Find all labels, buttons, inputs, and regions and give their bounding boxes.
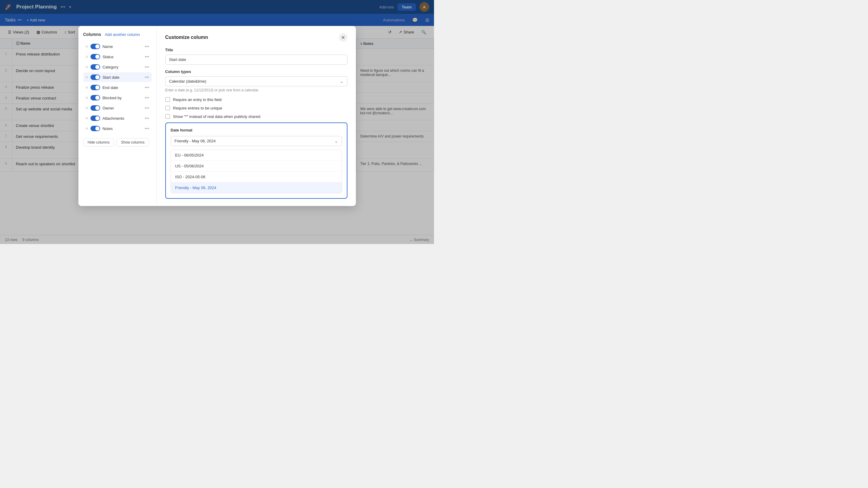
drag-handle-icon: ≡ <box>86 105 88 111</box>
customize-panel-title: Customize column <box>165 35 208 40</box>
columns-panel-title: Columns <box>83 32 101 37</box>
drag-handle-icon: ≡ <box>86 116 88 121</box>
checkbox-require-unique[interactable] <box>165 105 170 111</box>
col-item-start-date[interactable]: ≡ Start date ••• <box>83 72 152 82</box>
col-toggle[interactable] <box>91 116 100 121</box>
modal-wrapper: Columns Add another column ≡ Name ••• ≡ … <box>79 26 356 206</box>
col-toggle[interactable] <box>91 64 100 70</box>
date-format-section: Date format Friendly - May 06, 2024 ⌄ EU… <box>165 122 347 199</box>
col-toggle[interactable] <box>91 95 100 100</box>
col-item-dots[interactable]: ••• <box>145 126 149 131</box>
col-item-name: Notes <box>102 126 142 131</box>
col-item-dots[interactable]: ••• <box>145 65 149 69</box>
modal-overlay: Columns Add another column ≡ Name ••• ≡ … <box>0 0 434 244</box>
title-input[interactable] <box>165 55 347 65</box>
col-item-name: Start date <box>102 75 142 80</box>
col-item-dots[interactable]: ••• <box>145 44 149 49</box>
title-field-label: Title <box>165 48 347 52</box>
drag-handle-icon: ≡ <box>86 75 88 80</box>
col-item-name: Category <box>102 65 142 69</box>
checkbox-require-entry-label: Require an entry in this field <box>173 97 222 102</box>
columns-panel: Columns Add another column ≡ Name ••• ≡ … <box>79 26 157 206</box>
date-format-option[interactable]: ISO - 2024-05-06 <box>171 172 342 182</box>
date-format-label: Date format <box>171 128 342 132</box>
col-types-label: Column types <box>165 69 347 74</box>
checkbox-require-unique-label: Require entries to be unique <box>173 106 222 111</box>
col-item-dots[interactable]: ••• <box>145 85 149 90</box>
col-item-name: Status <box>102 55 142 59</box>
col-item-name: End date <box>102 85 142 90</box>
date-format-selected-value: Friendly - May 06, 2024 <box>175 139 216 143</box>
column-type-select-wrapper: Calendar (date&time) ⌄ <box>165 76 347 86</box>
col-item-blocked-by[interactable]: ≡ Blocked by ••• <box>83 93 152 102</box>
date-format-chevron-icon: ⌄ <box>335 139 338 144</box>
date-format-option[interactable]: Friendly - May 06, 2024 <box>171 182 342 193</box>
column-type-chevron-icon: ⌄ <box>340 79 343 84</box>
col-toggle[interactable] <box>91 54 100 59</box>
col-item-category[interactable]: ≡ Category ••• <box>83 62 152 72</box>
col-item-name: Name <box>102 44 142 49</box>
col-item-dots[interactable]: ••• <box>145 116 149 121</box>
col-toggle[interactable] <box>91 126 100 131</box>
date-format-option[interactable]: US - 05/06/2024 <box>171 161 342 172</box>
col-toggle[interactable] <box>91 85 100 90</box>
col-item-end-date[interactable]: ≡ End date ••• <box>83 83 152 92</box>
col-toggle[interactable] <box>91 74 100 80</box>
show-columns-button[interactable]: Show columns <box>116 138 149 147</box>
checkbox-require-entry[interactable] <box>165 97 170 102</box>
add-column-link[interactable]: Add another column <box>105 32 140 37</box>
column-type-select[interactable]: Calendar (date&time) ⌄ <box>165 76 347 86</box>
date-format-select-wrapper: Friendly - May 06, 2024 ⌄ <box>171 136 342 146</box>
col-item-status[interactable]: ≡ Status ••• <box>83 52 152 62</box>
drag-handle-icon: ≡ <box>86 65 88 69</box>
drag-handle-icon: ≡ <box>86 44 88 49</box>
date-format-select[interactable]: Friendly - May 06, 2024 ⌄ <box>171 136 342 146</box>
col-item-notes[interactable]: ≡ Notes ••• <box>83 124 152 133</box>
checkbox-show-asterisk[interactable] <box>165 114 170 119</box>
date-format-option[interactable]: EU - 06/05/2024 <box>171 150 342 161</box>
col-item-name: Owner <box>102 106 142 111</box>
checkbox-show-asterisk-label: Show "*" instead of real data when publi… <box>173 114 260 119</box>
col-item-name[interactable]: ≡ Name ••• <box>83 42 152 51</box>
date-format-dropdown: EU - 06/05/2024US - 05/06/2024ISO - 2024… <box>171 150 342 193</box>
hide-columns-button[interactable]: Hide columns <box>83 138 114 147</box>
hint-text: Enter a date (e.g. 11/12/2013) or pick o… <box>165 88 347 92</box>
col-item-dots[interactable]: ••• <box>145 54 149 59</box>
col-item-dots[interactable]: ••• <box>145 75 149 80</box>
col-toggle[interactable] <box>91 44 100 49</box>
drag-handle-icon: ≡ <box>86 54 88 59</box>
columns-list: ≡ Name ••• ≡ Status ••• ≡ Category ••• ≡… <box>83 42 152 133</box>
col-item-dots[interactable]: ••• <box>145 105 149 111</box>
col-item-dots[interactable]: ••• <box>145 95 149 100</box>
col-item-name: Blocked by <box>102 96 142 100</box>
column-type-value: Calendar (date&time) <box>169 79 207 84</box>
customize-panel: Customize column ✕ Title Column types Ca… <box>157 26 356 206</box>
drag-handle-icon: ≡ <box>86 126 88 131</box>
drag-handle-icon: ≡ <box>86 95 88 100</box>
close-button[interactable]: ✕ <box>339 33 347 42</box>
drag-handle-icon: ≡ <box>86 85 88 90</box>
col-toggle[interactable] <box>91 105 100 111</box>
col-item-name: Attachments <box>102 116 142 121</box>
col-item-attachments[interactable]: ≡ Attachments ••• <box>83 113 152 123</box>
col-item-owner[interactable]: ≡ Owner ••• <box>83 103 152 113</box>
